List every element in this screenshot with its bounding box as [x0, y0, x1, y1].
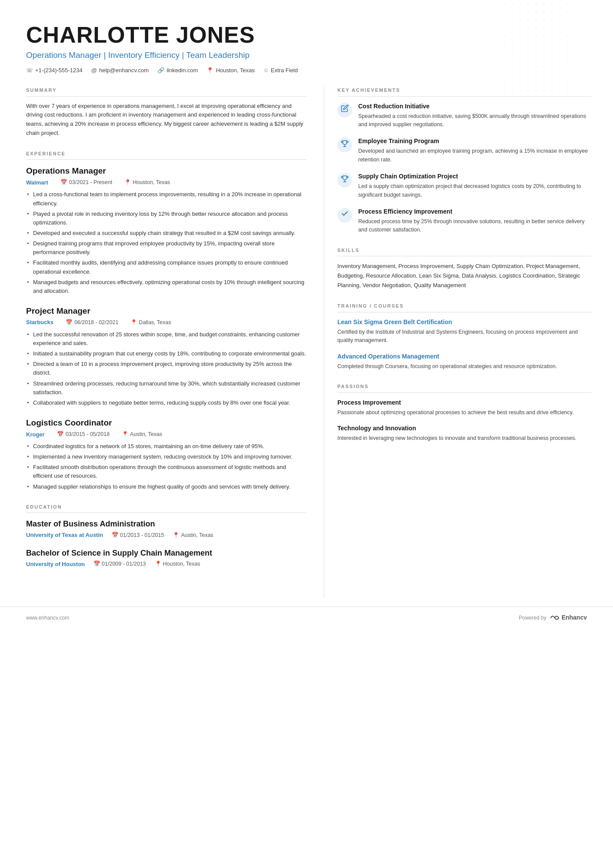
job-item: Project Manager Starbucks 📅 06/2018 - 02…	[26, 305, 306, 407]
skills-section-title: SKILLS	[337, 247, 591, 257]
pin-icon: 📍	[155, 560, 162, 568]
pin-icon: 📍	[130, 318, 137, 327]
resume-header: CHARLOTTE JONES Operations Manager | Inv…	[0, 0, 613, 82]
footer-url: www.enhancv.com	[26, 614, 69, 622]
calendar-icon: 📅	[112, 531, 119, 540]
achievement-desc: Developed and launched an employee train…	[358, 147, 591, 164]
candidate-name: CHARLOTTE JONES	[26, 23, 587, 47]
training-desc: Certified by the Institute of Industrial…	[337, 328, 591, 345]
trophy-icon	[341, 140, 349, 151]
contact-bar: ☏ +1-(234)-555-1234 @ help@enhancv.com 🔗…	[26, 66, 587, 75]
job-title: Logistics Coordinator	[26, 417, 306, 429]
bullet-item: Developed and executed a successful supp…	[26, 229, 306, 238]
contact-extra: ☆ Extra Field	[263, 66, 298, 75]
achievement-desc: Reduced process time by 25% through inno…	[358, 218, 591, 235]
skills-section: SKILLS Inventory Management, Process Imp…	[337, 247, 591, 291]
achievement-item: Supply Chain Optimization Project Led a …	[337, 172, 591, 199]
pin-icon: 📍	[124, 178, 131, 187]
job-meta: Kroger 📅 03/2015 - 05/2018 📍 Austin, Tex…	[26, 430, 306, 439]
achievements-section: KEY ACHIEVEMENTS Cost Reduction Initiati…	[337, 87, 591, 235]
job-location: 📍 Austin, Texas	[122, 430, 162, 439]
achievement-content: Process Efficiency Improvement Reduced p…	[358, 207, 591, 235]
achievement-desc: Led a supply chain optimization project …	[358, 182, 591, 199]
job-dates: 📅 03/2021 - Present	[60, 178, 112, 187]
check-icon	[341, 210, 349, 221]
achievement-item: Cost Reduction Initiative Spearheaded a …	[337, 102, 591, 129]
bullet-item: Managed supplier relationships to ensure…	[26, 483, 306, 491]
edu-degree: Bachelor of Science in Supply Chain Mana…	[26, 547, 306, 559]
pin-icon: 📍	[122, 430, 129, 439]
calendar-icon: 📅	[93, 560, 100, 568]
job-bullets: Led the successful renovation of 25 stor…	[26, 330, 306, 407]
enhancv-logo: Enhancv	[550, 613, 587, 622]
passion-desc: Interested in leveraging new technologie…	[337, 434, 591, 442]
bullet-item: Initiated a sustainability program that …	[26, 349, 306, 358]
edu-school: University of Houston	[26, 560, 85, 569]
achievement-title: Supply Chain Optimization Project	[358, 172, 591, 181]
achievement-content: Supply Chain Optimization Project Led a …	[358, 172, 591, 199]
job-item: Operations Manager Walmart 📅 03/2021 - P…	[26, 165, 306, 295]
calendar-icon: 📅	[57, 430, 64, 439]
trophy-icon-2	[341, 175, 349, 186]
resume-page: CHARLOTTE JONES Operations Manager | Inv…	[0, 0, 613, 868]
achievement-icon-wrap	[337, 208, 352, 223]
bullet-item: Directed a team of 10 in a process impro…	[26, 360, 306, 377]
calendar-icon: 📅	[66, 318, 73, 327]
edu-school: University of Texas at Austin	[26, 531, 103, 540]
education-section: EDUCATION Master of Business Administrat…	[26, 503, 306, 569]
training-desc: Completed through Coursera, focusing on …	[337, 362, 591, 371]
bullet-item: Facilitated smooth distribution operatio…	[26, 463, 306, 480]
passion-desc: Passionate about optimizing operational …	[337, 409, 591, 417]
bullet-item: Implemented a new inventory management s…	[26, 452, 306, 461]
job-title: Project Manager	[26, 305, 306, 318]
skills-text: Inventory Management, Process Improvemen…	[337, 261, 591, 290]
location-icon: 📍	[207, 66, 213, 75]
achievement-icon-wrap	[337, 103, 352, 117]
summary-section: SUMMARY With over 7 years of experience …	[26, 87, 306, 138]
bullet-item: Played a pivotal role in reducing invent…	[26, 210, 306, 227]
passions-section: PASSIONS Process Improvement Passionate …	[337, 383, 591, 442]
bullet-item: Managed budgets and resources effectivel…	[26, 278, 306, 295]
job-title: Operations Manager	[26, 165, 306, 178]
job-item: Logistics Coordinator Kroger 📅 03/2015 -…	[26, 417, 306, 491]
job-location: 📍 Houston, Texas	[124, 178, 170, 187]
job-bullets: Coordinated logistics for a network of 1…	[26, 442, 306, 491]
summary-section-title: SUMMARY	[26, 87, 306, 97]
calendar-icon: 📅	[60, 178, 67, 187]
job-bullets: Led a cross-functional team to implement…	[26, 190, 306, 295]
job-dates: 📅 03/2015 - 05/2018	[57, 430, 110, 439]
star-icon: ☆	[263, 66, 269, 75]
passion-item: Process Improvement Passionate about opt…	[337, 398, 591, 417]
passions-section-title: PASSIONS	[337, 383, 591, 393]
right-column: KEY ACHIEVEMENTS Cost Reduction Initiati…	[324, 87, 613, 598]
phone-icon: ☏	[26, 66, 33, 75]
page-footer: www.enhancv.com Powered by Enhancv	[0, 607, 613, 628]
contact-phone: ☏ +1-(234)-555-1234	[26, 66, 83, 75]
experience-section: EXPERIENCE Operations Manager Walmart 📅 …	[26, 150, 306, 491]
achievement-content: Cost Reduction Initiative Spearheaded a …	[358, 102, 591, 129]
bullet-item: Streamlined ordering processes, reducing…	[26, 379, 306, 397]
contact-location: 📍 Houston, Texas	[207, 66, 254, 75]
passion-item: Technology and Innovation Interested in …	[337, 424, 591, 442]
bullet-item: Coordinated logistics for a network of 1…	[26, 442, 306, 451]
achievement-title: Employee Training Program	[358, 137, 591, 146]
pin-icon: 📍	[173, 531, 180, 540]
job-company: Kroger	[26, 430, 45, 439]
footer-powered-by: Powered by Enhancv	[519, 613, 587, 622]
achievement-icon-wrap	[337, 173, 352, 188]
education-section-title: EDUCATION	[26, 503, 306, 513]
training-title: Advanced Operations Management	[337, 352, 591, 361]
summary-text: With over 7 years of experience in opera…	[26, 102, 306, 138]
bullet-item: Led the successful renovation of 25 stor…	[26, 330, 306, 348]
bullet-item: Led a cross-functional team to implement…	[26, 190, 306, 208]
job-meta: Walmart 📅 03/2021 - Present 📍 Houston, T…	[26, 178, 306, 187]
education-item: Master of Business Administration Univer…	[26, 518, 306, 540]
achievements-section-title: KEY ACHIEVEMENTS	[337, 87, 591, 97]
achievement-item: Process Efficiency Improvement Reduced p…	[337, 207, 591, 235]
training-section-title: TRAINING / COURSES	[337, 302, 591, 312]
achievement-icon-wrap	[337, 137, 352, 152]
passion-title: Technology and Innovation	[337, 424, 591, 433]
experience-section-title: EXPERIENCE	[26, 150, 306, 160]
achievement-item: Employee Training Program Developed and …	[337, 137, 591, 164]
achievement-desc: Spearheaded a cost reduction initiative,…	[358, 112, 591, 129]
